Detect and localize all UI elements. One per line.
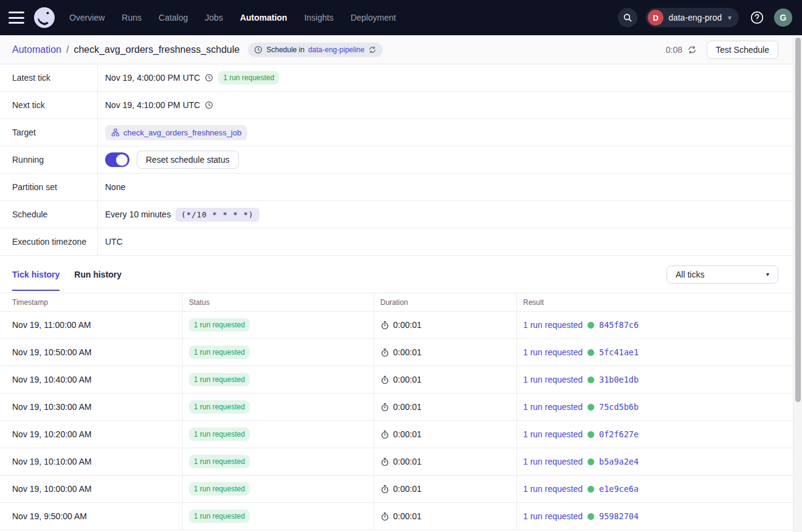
- table-row: Nov 19, 10:00:00 AM 1 run requested 0:00…: [0, 476, 793, 503]
- target-job-pill[interactable]: check_avg_orders_freshness_job: [105, 125, 247, 140]
- run-id-link[interactable]: 75cd5b6b: [599, 402, 639, 412]
- tick-timestamp: Nov 19, 10:50:00 AM: [12, 347, 92, 357]
- runs-requested-link[interactable]: 1 run requested: [523, 429, 583, 439]
- vertical-scrollbar[interactable]: [793, 35, 802, 532]
- stopwatch-icon: [380, 403, 389, 412]
- tick-status-badge: 1 run requested: [189, 428, 250, 441]
- tick-duration: 0:00:01: [393, 511, 422, 521]
- runs-requested-link[interactable]: 1 run requested: [523, 320, 583, 330]
- test-schedule-button[interactable]: Test Schedule: [707, 41, 778, 59]
- top-nav: OverviewRunsCatalogJobsAutomationInsight…: [0, 0, 802, 35]
- deployment-switcher[interactable]: D data-eng-prod ▼: [646, 8, 739, 27]
- run-id-link[interactable]: 95982704: [599, 511, 639, 521]
- run-success-dot-icon: [588, 459, 594, 465]
- timezone-value: UTC: [105, 237, 123, 247]
- next-tick-row: Next tick Nov 19, 4:10:00 PM UTC: [0, 92, 793, 119]
- title-bar: Automation / check_avg_orders_freshness_…: [0, 35, 793, 64]
- running-toggle[interactable]: [105, 152, 129, 167]
- refresh-countdown: 0:08: [666, 45, 682, 55]
- run-id-link[interactable]: 845f87c6: [599, 320, 639, 330]
- tick-duration: 0:00:01: [393, 429, 422, 439]
- nav-item-overview[interactable]: Overview: [69, 13, 105, 22]
- nav-links: OverviewRunsCatalogJobsAutomationInsight…: [69, 13, 396, 22]
- pipeline-link[interactable]: data-eng-pipeline: [308, 46, 365, 54]
- run-id-link[interactable]: 31b0e1db: [599, 375, 639, 384]
- nav-item-deployment[interactable]: Deployment: [351, 13, 396, 22]
- runs-requested-link[interactable]: 1 run requested: [523, 511, 583, 521]
- run-id-link[interactable]: 0f2f627e: [599, 429, 639, 439]
- stopwatch-icon: [380, 375, 389, 384]
- header-duration: Duration: [374, 293, 516, 311]
- nav-item-catalog[interactable]: Catalog: [159, 13, 188, 22]
- run-success-dot-icon: [588, 377, 594, 383]
- hamburger-menu-icon[interactable]: [9, 12, 24, 24]
- help-button[interactable]: [749, 9, 766, 26]
- target-job-link[interactable]: check_avg_orders_freshness_job: [123, 128, 241, 137]
- reset-schedule-status-button[interactable]: Reset schedule status: [137, 151, 239, 169]
- header-result: Result: [516, 293, 793, 311]
- deployment-badge: D: [648, 10, 663, 26]
- tick-duration: 0:00:01: [393, 457, 422, 466]
- chevron-down-icon: ▼: [727, 15, 733, 21]
- runs-requested-link[interactable]: 1 run requested: [523, 484, 583, 494]
- tick-filter-dropdown[interactable]: All ticks ▾: [667, 265, 778, 284]
- search-button[interactable]: [618, 8, 637, 27]
- tick-status-badge: 1 run requested: [189, 346, 250, 359]
- run-id-link[interactable]: 5fc41ae1: [599, 347, 639, 357]
- scrollbar-thumb[interactable]: [795, 38, 801, 402]
- job-icon: [111, 128, 120, 137]
- nav-item-jobs[interactable]: Jobs: [205, 13, 223, 22]
- dagster-logo-icon[interactable]: [33, 6, 56, 29]
- sync-icon[interactable]: [368, 46, 377, 54]
- stopwatch-icon: [380, 457, 389, 466]
- cron-expression: (*/10 * * * *): [176, 208, 259, 222]
- breadcrumb-separator: /: [66, 44, 69, 55]
- run-id-link[interactable]: b5a9a2e4: [599, 457, 639, 466]
- clock-icon: [205, 73, 213, 82]
- run-success-dot-icon: [588, 322, 594, 329]
- runs-requested-link[interactable]: 1 run requested: [523, 457, 583, 466]
- runs-requested-link[interactable]: 1 run requested: [523, 347, 583, 357]
- latest-tick-status-badge: 1 run requested: [218, 71, 279, 84]
- tick-timestamp: Nov 19, 10:20:00 AM: [12, 429, 92, 439]
- refresh-icon[interactable]: [687, 45, 697, 55]
- tab-run-history[interactable]: Run history: [74, 257, 122, 291]
- runs-requested-link[interactable]: 1 run requested: [523, 375, 583, 384]
- partition-set-value: None: [105, 182, 125, 192]
- timezone-label: Execution timezone: [0, 228, 98, 255]
- table-row: Nov 19, 10:10:00 AM 1 run requested 0:00…: [0, 448, 793, 476]
- target-row: Target check_avg_orders_freshness_job: [0, 119, 793, 146]
- clock-icon: [254, 46, 262, 54]
- timezone-row: Execution timezone UTC: [0, 228, 793, 256]
- tick-timestamp: Nov 19, 10:10:00 AM: [12, 457, 92, 466]
- stopwatch-icon: [380, 512, 389, 521]
- search-icon: [623, 13, 632, 22]
- nav-item-automation[interactable]: Automation: [240, 13, 287, 22]
- tick-status-badge: 1 run requested: [189, 373, 250, 386]
- nav-item-insights[interactable]: Insights: [304, 13, 334, 22]
- user-avatar[interactable]: G: [774, 9, 792, 27]
- run-success-dot-icon: [588, 513, 594, 520]
- latest-tick-time: Nov 19, 4:00:00 PM UTC: [105, 73, 200, 83]
- tick-timestamp: Nov 19, 10:40:00 AM: [12, 375, 92, 384]
- tick-timestamp: Nov 19, 10:00:00 AM: [12, 484, 92, 494]
- nav-item-runs[interactable]: Runs: [122, 13, 142, 22]
- header-status: Status: [182, 293, 374, 311]
- tick-filter-value: All ticks: [676, 270, 704, 279]
- target-label: Target: [0, 119, 98, 146]
- stopwatch-icon: [380, 430, 389, 439]
- running-row: Running Reset schedule status: [0, 146, 793, 174]
- schedule-location-badge: Schedule in data-eng-pipeline: [248, 43, 382, 57]
- run-id-link[interactable]: e1e9ce6a: [599, 484, 639, 494]
- table-row: Nov 19, 10:50:00 AM 1 run requested 0:00…: [0, 339, 793, 366]
- help-icon: [750, 10, 764, 25]
- breadcrumb-automation-link[interactable]: Automation: [12, 44, 61, 55]
- tab-tick-history[interactable]: Tick history: [12, 257, 60, 291]
- tick-status-badge: 1 run requested: [189, 482, 250, 496]
- run-success-dot-icon: [588, 486, 594, 493]
- table-row: Nov 19, 10:30:00 AM 1 run requested 0:00…: [0, 394, 793, 421]
- tick-status-badge: 1 run requested: [189, 318, 250, 332]
- next-tick-time: Nov 19, 4:10:00 PM UTC: [105, 100, 200, 110]
- tick-duration: 0:00:01: [393, 320, 422, 330]
- runs-requested-link[interactable]: 1 run requested: [523, 402, 583, 412]
